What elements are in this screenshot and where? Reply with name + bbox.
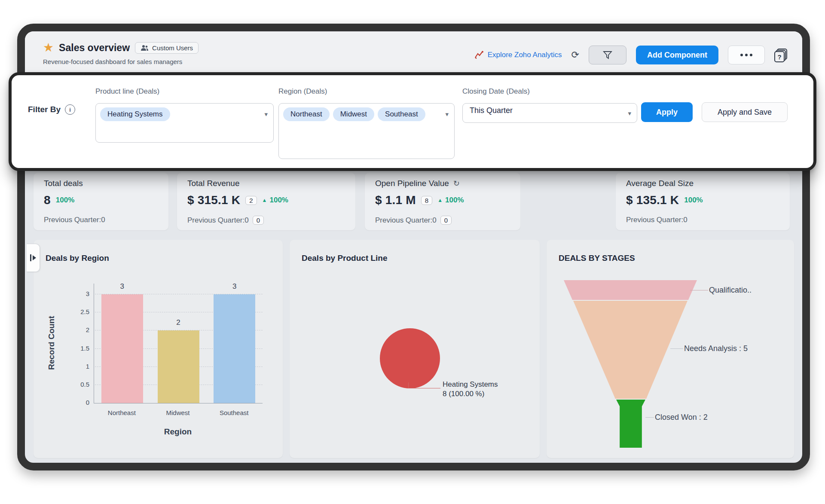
kpi-title: Open Pipeline Value ↻: [375, 179, 460, 188]
kpi-prev-badge: 0: [253, 216, 264, 225]
explore-zoho-analytics-link[interactable]: Explore Zoho Analytics: [474, 51, 562, 59]
filter-panel: Filter By i Product line (Deals) Heating…: [9, 72, 816, 171]
funnel-label-closed-won: Closed Won : 2: [655, 413, 708, 422]
y-tick-label: 1: [71, 363, 89, 370]
slideshow-help-icon[interactable]: ?: [774, 49, 787, 61]
kpi-value: $ 315.1 K: [187, 193, 240, 207]
add-component-button[interactable]: Add Component: [636, 46, 718, 64]
funnel-connector: [645, 417, 654, 418]
kpi-count-badge[interactable]: 2: [245, 196, 257, 205]
title-block: ★ Sales overview Custom Users Revenue-fo…: [43, 42, 199, 65]
kpi-delta: ▲100%: [437, 196, 464, 205]
kpi-previous: Previous Quarter:0 0: [375, 216, 452, 225]
funnel-icon: [602, 50, 613, 60]
kpi-delta: 100%: [56, 196, 74, 205]
funnel-connector: [690, 290, 708, 290]
favorite-star-icon[interactable]: ★: [43, 42, 54, 54]
x-tick-label: Northeast: [94, 409, 150, 416]
filter-chip[interactable]: Midwest: [333, 107, 374, 121]
kpi-value: $ 135.1 K: [626, 193, 679, 207]
kpi-value: $ 1.1 M: [375, 193, 416, 207]
bar-northeast[interactable]: [101, 294, 143, 403]
pie-slice-heating-systems[interactable]: [380, 328, 440, 388]
region-label: Region (Deals): [278, 87, 327, 96]
chevron-down-icon: ▾: [264, 110, 268, 118]
bar-midwest[interactable]: [158, 330, 199, 403]
y-tick-label: 2.5: [71, 308, 89, 315]
bar-value-label: 3: [206, 282, 263, 291]
refresh-icon[interactable]: ⟳: [571, 49, 579, 61]
kpi-title: Total deals: [44, 179, 83, 188]
kpi-card-open-pipeline: Open Pipeline Value ↻ $ 1.1 M 8 ▲100% Pr…: [365, 173, 520, 230]
closing-date-label: Closing Date (Deals): [462, 87, 530, 96]
expand-icon: [30, 254, 31, 261]
expand-panel-tab[interactable]: [27, 244, 40, 272]
page: ★ Sales overview Custom Users Revenue-fo…: [0, 0, 825, 504]
x-axis-label: Region: [94, 427, 262, 437]
y-tick-label: 2: [71, 326, 89, 333]
funnel-slice-needs-analysis[interactable]: [573, 301, 688, 399]
custom-users-label: Custom Users: [152, 44, 193, 52]
deals-by-region-chart-card: Deals by Region Record Count 323 Region …: [34, 240, 283, 458]
region-dropdown[interactable]: NortheastMidwestSoutheast ▾: [278, 103, 455, 159]
filter-by-label: Filter By i: [28, 104, 75, 115]
explore-link-label: Explore Zoho Analytics: [488, 51, 562, 59]
funnel-label-needs-analysis: Needs Analysis : 5: [684, 344, 748, 353]
filter-chip[interactable]: Heating Systems: [100, 107, 170, 121]
chart-title: Deals by Region: [46, 254, 109, 263]
page-title: Sales overview: [59, 42, 130, 54]
kpi-title: Average Deal Size: [626, 179, 694, 188]
zoho-analytics-icon: [474, 51, 484, 59]
bar-value-label: 3: [94, 282, 150, 291]
more-options-button[interactable]: [728, 46, 765, 64]
filter-button[interactable]: [589, 46, 626, 64]
product-line-label: Product line (Deals): [95, 87, 159, 96]
filter-chip[interactable]: Southeast: [378, 107, 425, 121]
filter-chip[interactable]: Northeast: [283, 107, 330, 121]
y-tick-label: 0: [71, 399, 89, 406]
kpi-previous: Previous Quarter:0 0: [187, 216, 264, 225]
up-arrow-icon: ▲: [262, 197, 267, 203]
kpi-previous: Previous Quarter:0: [626, 216, 688, 224]
x-tick-label: Southeast: [206, 409, 262, 416]
kpi-refresh-icon[interactable]: ↻: [453, 179, 460, 188]
x-tick-label: Midwest: [150, 409, 206, 416]
kpi-delta: 100%: [684, 196, 703, 205]
bar-value-label: 2: [150, 318, 207, 327]
kpi-title: Total Revenue: [187, 179, 239, 188]
y-axis-label: Record Count: [46, 287, 57, 399]
info-icon[interactable]: i: [65, 104, 75, 115]
closing-date-value: This Quarter: [467, 104, 515, 116]
funnel-label-qualification: Qualificatio..: [709, 286, 752, 295]
chevron-down-icon: ▾: [445, 110, 449, 118]
chart-title: DEALS BY STAGES: [559, 254, 635, 263]
pie-callout-line: [408, 382, 440, 388]
funnel-connector: [670, 348, 683, 349]
more-icon: [740, 54, 743, 56]
funnel-slice-closed-won[interactable]: [616, 400, 645, 448]
kpi-delta: ▲100%: [262, 196, 288, 205]
closing-date-dropdown[interactable]: This Quarter ▾: [462, 103, 637, 123]
kpi-card-total-revenue: Total Revenue $ 315.1 K 2 ▲100% Previous…: [177, 173, 355, 230]
apply-button[interactable]: Apply: [641, 102, 693, 122]
kpi-prev-badge: 0: [440, 216, 452, 225]
deals-by-stages-chart-card: DEALS BY STAGES Qualificatio.. Needs Ana…: [547, 240, 794, 458]
dashboard-header: ★ Sales overview Custom Users Revenue-fo…: [25, 31, 802, 72]
up-arrow-icon: ▲: [437, 197, 443, 203]
y-tick-label: 3: [71, 290, 89, 297]
apply-and-save-button[interactable]: Apply and Save: [702, 102, 788, 122]
bar-southeast[interactable]: [214, 294, 255, 403]
kpi-card-average-deal-size: Average Deal Size $ 135.1 K 100% Previou…: [616, 173, 790, 230]
chevron-down-icon: ▾: [628, 110, 631, 117]
bar-plot-area: 323: [94, 284, 263, 403]
y-tick-label: 1.5: [71, 345, 89, 352]
kpi-count-badge[interactable]: 8: [421, 196, 432, 205]
custom-users-badge[interactable]: Custom Users: [135, 42, 199, 54]
deals-by-product-line-chart-card: Deals by Product Line Heating Systems 8 …: [290, 240, 540, 458]
product-line-dropdown[interactable]: Heating Systems ▾: [95, 103, 274, 143]
funnel-slice-qualification[interactable]: [564, 280, 697, 300]
dashboard-subtitle: Revenue-focused dashboard for sales mana…: [43, 58, 199, 65]
kpi-card-total-deals: Total deals 8 100% Previous Quarter:0: [34, 173, 168, 230]
y-tick-label: 0.5: [71, 381, 89, 388]
kpi-value: 8: [44, 193, 51, 207]
